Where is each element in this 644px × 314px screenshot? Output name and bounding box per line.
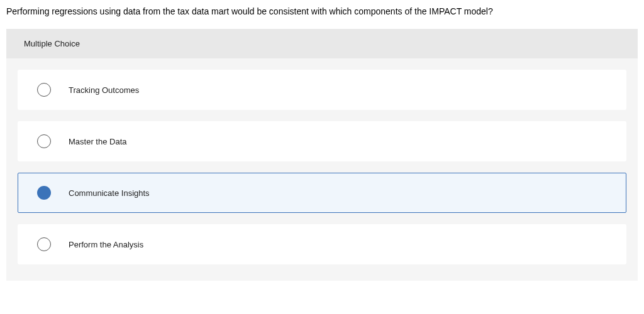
option-label: Communicate Insights: [69, 188, 150, 198]
option-master-the-data[interactable]: Master the Data: [18, 121, 626, 161]
multiple-choice-container: Multiple Choice Tracking Outcomes Master…: [6, 29, 638, 281]
radio-icon: [37, 134, 51, 148]
option-perform-the-analysis[interactable]: Perform the Analysis: [18, 224, 626, 264]
question-type-header: Multiple Choice: [6, 29, 638, 58]
radio-icon: [37, 83, 51, 97]
radio-icon: [37, 186, 51, 200]
radio-fill-icon: [37, 186, 51, 200]
option-label: Master the Data: [69, 137, 127, 146]
option-tracking-outcomes[interactable]: Tracking Outcomes: [18, 70, 626, 110]
options-area: Tracking Outcomes Master the Data Commun…: [6, 58, 638, 281]
option-label: Tracking Outcomes: [69, 85, 139, 95]
option-label: Perform the Analysis: [69, 240, 143, 249]
option-communicate-insights[interactable]: Communicate Insights: [18, 173, 626, 213]
question-text: Performing regressions using data from t…: [0, 0, 644, 29]
radio-icon: [37, 237, 51, 251]
